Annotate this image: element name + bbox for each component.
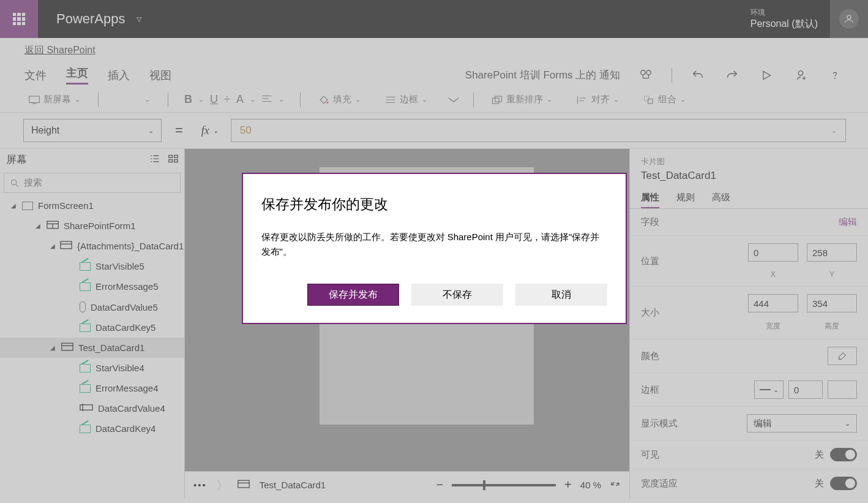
save-publish-button[interactable]: 保存并发布: [307, 284, 399, 306]
dont-save-button[interactable]: 不保存: [411, 284, 503, 306]
save-publish-dialog: 保存并发布你的更改 保存更改以防丢失所做的工作。若要使更改对 SharePoin…: [242, 173, 627, 324]
cancel-button[interactable]: 取消: [515, 284, 607, 306]
dialog-title: 保存并发布你的更改: [261, 195, 607, 214]
modal-overlay: 保存并发布你的更改 保存更改以防丢失所做的工作。若要使更改对 SharePoin…: [0, 0, 868, 503]
dialog-body: 保存更改以防丢失所做的工作。若要使更改对 SharePoint 用户可见，请选择…: [261, 230, 607, 259]
